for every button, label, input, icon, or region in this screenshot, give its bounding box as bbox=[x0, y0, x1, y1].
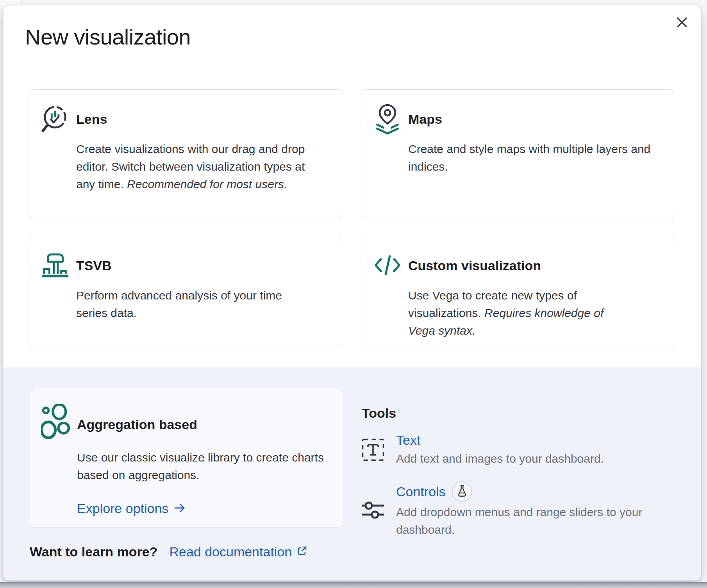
aggregation-circles-icon bbox=[41, 404, 71, 445]
card-description: Create and style maps with multiple laye… bbox=[408, 140, 652, 175]
modal-footer: Want to learn more? Read documentation bbox=[30, 544, 307, 559]
card-tsvb[interactable]: TSVB Perform advanced analysis of your t… bbox=[30, 238, 342, 347]
tsvb-icon bbox=[41, 250, 70, 281]
card-title: TSVB bbox=[76, 258, 112, 273]
card-description: Use our classic visualize library to cre… bbox=[77, 449, 325, 484]
card-lens[interactable]: Lens Create visualizations with our drag… bbox=[30, 89, 342, 218]
explore-options-link[interactable]: Explore options bbox=[77, 501, 186, 516]
new-visualization-modal: New visualization Lens Create visualizat… bbox=[3, 5, 701, 581]
card-custom-visualization[interactable]: Custom visualization Use Vega to create … bbox=[362, 238, 674, 347]
tools-heading: Tools bbox=[362, 406, 682, 421]
close-icon bbox=[675, 15, 689, 31]
page-bottom-band bbox=[0, 582, 707, 588]
external-link-icon bbox=[296, 544, 307, 559]
modal-title: New visualization bbox=[25, 24, 191, 50]
card-description: Perform advanced analysis of your time s… bbox=[76, 287, 312, 322]
card-title: Maps bbox=[408, 112, 442, 127]
beta-flask-badge bbox=[452, 481, 472, 502]
tool-description: Add dropdown menus and range sliders to … bbox=[396, 503, 666, 538]
lens-icon bbox=[41, 103, 70, 135]
sliders-icon bbox=[362, 498, 384, 522]
background-top-strip bbox=[0, 0, 21, 5]
card-maps[interactable]: Maps Create and style maps with multiple… bbox=[362, 89, 674, 218]
background-artifact-line bbox=[21, 0, 22, 5]
arrow-right-icon bbox=[174, 501, 186, 516]
tools-panel: Tools Text Add text and images to your d… bbox=[362, 406, 682, 538]
card-description: Use Vega to create new types of visualiz… bbox=[408, 287, 629, 339]
tool-text-item: Text Add text and images to your dashboa… bbox=[362, 432, 682, 467]
card-title: Aggregation based bbox=[77, 417, 197, 432]
tool-controls-item: Controls Add dropdown menus and range sl… bbox=[362, 481, 682, 538]
maps-icon bbox=[373, 103, 402, 135]
read-documentation-link[interactable]: Read documentation bbox=[169, 544, 307, 559]
card-aggregation-based: Aggregation based Use our classic visual… bbox=[30, 389, 342, 527]
card-title: Lens bbox=[76, 112, 107, 127]
card-title: Custom visualization bbox=[408, 258, 541, 273]
flask-icon bbox=[457, 485, 468, 499]
text-insert-icon bbox=[362, 438, 384, 461]
card-description: Create visualizations with our drag and … bbox=[76, 140, 311, 193]
tool-description: Add text and images to your dashboard. bbox=[396, 450, 604, 467]
learn-more-prompt: Want to learn more? bbox=[30, 544, 157, 559]
controls-link[interactable]: Controls bbox=[396, 483, 446, 500]
code-icon bbox=[373, 250, 402, 281]
text-link[interactable]: Text bbox=[396, 433, 420, 447]
close-button[interactable] bbox=[673, 14, 691, 31]
